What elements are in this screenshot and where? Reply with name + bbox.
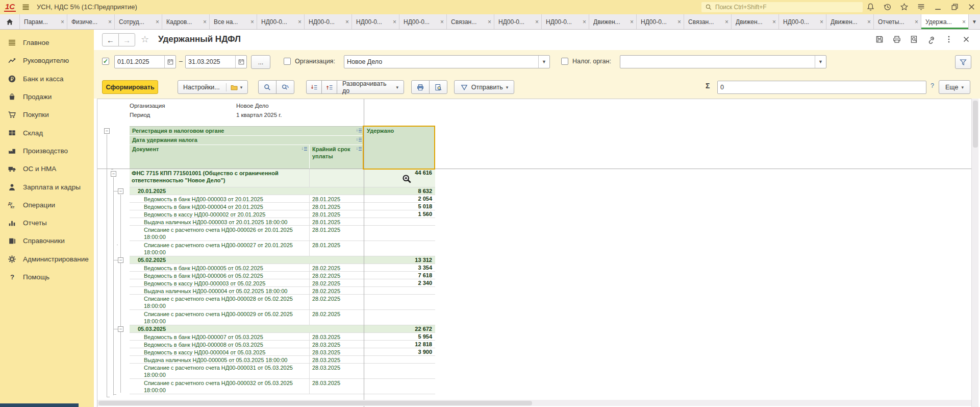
document-cell[interactable]: Выдача наличных НД00-000004 от 05.02.202… (130, 287, 310, 294)
sidebar-item-отчеты[interactable]: Отчеты (0, 214, 94, 232)
tab-close-icon[interactable]: × (393, 18, 396, 26)
tab-close-icon[interactable]: × (583, 18, 586, 26)
collapse-group-button[interactable]: − (118, 257, 123, 263)
amount-cell[interactable] (364, 218, 435, 225)
org-group-total[interactable]: 44 616 (364, 169, 435, 187)
document-row[interactable]: Выдача наличных НД00-000005 от 05.03.202… (130, 356, 435, 364)
link-icon[interactable] (927, 35, 936, 44)
amount-cell[interactable] (364, 310, 435, 325)
expand-to-button[interactable]: Разворачивать до▾ (337, 80, 404, 94)
sidebar-item-склад[interactable]: Склад (0, 124, 94, 141)
column-header-registration[interactable]: Регистрация в налоговом органе ↓ (130, 127, 364, 136)
amount-cell[interactable]: 5 018 (364, 203, 435, 210)
deadline-cell[interactable]: 28.03.2025 (310, 356, 364, 363)
document-row[interactable]: Выдача наличных НД00-000003 от 20.01.202… (130, 218, 435, 226)
sort-icon[interactable]: ↓ (356, 146, 362, 151)
tab-close-icon[interactable]: × (203, 18, 207, 26)
date-group-row[interactable]: 05.02.202513 312 (130, 256, 435, 264)
tab-close-icon[interactable]: × (488, 18, 491, 26)
amount-cell[interactable] (364, 356, 435, 363)
tab-7[interactable]: НД00-0...× (305, 14, 352, 29)
sidebar-item-справочники[interactable]: Справочники (0, 232, 94, 250)
tab-close-icon[interactable]: × (298, 18, 301, 26)
tab-15[interactable]: Связан...× (684, 14, 732, 29)
document-row[interactable]: Ведомость в банк НД00-000006 от 05.02.20… (130, 272, 435, 279)
amount-cell[interactable] (364, 364, 435, 378)
back-button[interactable]: ← (102, 33, 119, 46)
sidebar-item-зарплата-и-кадры[interactable]: Зарплата и кадры (0, 178, 94, 196)
find-button[interactable] (258, 80, 277, 94)
document-cell[interactable]: Ведомость в банк НД00-000005 от 05.02.20… (130, 264, 310, 271)
tab-16[interactable]: Движен...× (732, 14, 779, 29)
period-checkbox[interactable]: ✓ (102, 58, 109, 65)
date-group-total[interactable]: 22 672 (364, 325, 435, 332)
tab-close-icon[interactable]: × (962, 18, 966, 26)
horizontal-scrollbar[interactable] (97, 400, 971, 406)
deadline-cell[interactable]: 28.03.2025 (310, 379, 364, 394)
sidebar-item-помощь[interactable]: ?Помощь (0, 268, 94, 286)
deadline-cell[interactable]: 28.01.2025 (310, 218, 364, 225)
expand-groups-button[interactable] (321, 80, 337, 94)
deadline-cell[interactable]: 28.01.2025 (310, 203, 364, 210)
collapse-group-button[interactable]: − (118, 326, 123, 332)
tab-close-icon[interactable]: × (725, 18, 728, 26)
vertical-scrollbar[interactable] (971, 99, 978, 407)
amount-cell[interactable] (364, 241, 435, 256)
date-group-label[interactable]: 05.03.2025 (130, 325, 364, 332)
sidebar-item-производство[interactable]: Производство (0, 142, 94, 160)
home-tab[interactable] (0, 14, 20, 29)
document-row[interactable]: Списание с расчетного счета НД00-000031 … (130, 364, 435, 379)
document-row[interactable]: Списание с расчетного счета НД00-000027 … (130, 241, 435, 256)
tab-9[interactable]: НД00-0...× (399, 14, 447, 29)
document-cell[interactable]: Ведомость в банк НД00-000003 от 20.01.20… (130, 195, 310, 202)
document-row[interactable]: Ведомость в банк НД00-000004 от 20.01.20… (130, 203, 435, 210)
document-cell[interactable]: Списание с расчетного счета НД00-000026 … (130, 226, 310, 241)
collapse-group-button[interactable]: − (104, 128, 110, 134)
column-header-document[interactable]: Документ ↓ (130, 145, 310, 169)
tab-19[interactable]: Отчеты...× (874, 14, 921, 29)
amount-cell[interactable]: 2 340 (364, 279, 435, 286)
tab-overflow-button[interactable]: ▼ (969, 14, 980, 29)
collapse-group-button[interactable]: − (111, 171, 116, 177)
close-icon[interactable] (967, 3, 976, 11)
tax-authority-checkbox[interactable] (561, 58, 568, 65)
tab-close-icon[interactable]: × (820, 18, 823, 26)
tab-close-icon[interactable]: × (630, 18, 634, 26)
amount-cell[interactable]: 1 560 (364, 210, 435, 218)
document-row[interactable]: Ведомость в банк НД00-000008 от 05.03.20… (130, 341, 435, 348)
document-cell[interactable]: Ведомость в банк НД00-000004 от 20.01.20… (130, 203, 310, 210)
help-link[interactable]: ? (931, 82, 934, 89)
document-row[interactable]: Списание с расчетного счета НД00-000028 … (130, 295, 435, 310)
deadline-cell[interactable]: 28.03.2025 (310, 348, 364, 355)
sidebar-item-руководителю[interactable]: Руководителю (0, 52, 94, 69)
tab-5[interactable]: Все на...× (210, 14, 257, 29)
document-cell[interactable]: Ведомость в кассу НД00-000004 от 05.03.2… (130, 348, 310, 355)
period-more-button[interactable]: ... (251, 55, 270, 69)
amount-cell[interactable]: 12 818 (364, 341, 435, 348)
org-group-name[interactable]: ФНС 7715 КПП 771501001 (Общество с огран… (130, 169, 310, 187)
date-to-field[interactable] (185, 55, 247, 68)
document-row[interactable]: Ведомость в кассу НД00-000002 от 20.01.2… (130, 210, 435, 218)
deadline-cell[interactable]: 28.01.2025 (310, 195, 364, 202)
sidebar-item-операции[interactable]: ДтКтОперации (0, 196, 94, 214)
document-row[interactable]: Ведомость в банк НД00-000003 от 20.01.20… (130, 195, 435, 203)
tab-12[interactable]: НД00-0...× (542, 14, 589, 29)
document-cell[interactable]: Ведомость в кассу НД00-000003 от 05.02.2… (130, 279, 310, 286)
more-button[interactable]: Еще▾ (939, 80, 970, 94)
document-cell[interactable]: Выдача наличных НД00-000005 от 05.03.202… (130, 356, 310, 363)
tab-14[interactable]: НД00-0...× (637, 14, 684, 29)
send-button[interactable]: Отправить▾ (454, 80, 514, 94)
document-row[interactable]: Списание с расчетного счета НД00-000029 … (130, 310, 435, 325)
sidebar-item-продажи[interactable]: Продажи (0, 88, 94, 106)
tab-20[interactable]: Удержа...× (921, 14, 969, 29)
document-row[interactable]: Ведомость в кассу НД00-000003 от 05.02.2… (130, 279, 435, 287)
forward-button[interactable]: → (118, 33, 135, 46)
tab-close-icon[interactable]: × (108, 18, 112, 26)
column-header-withheld[interactable]: Удержано (364, 127, 435, 170)
tab-close-icon[interactable]: × (915, 18, 918, 26)
sidebar-item-главное[interactable]: Главное (0, 34, 94, 52)
generate-button[interactable]: Сформировать (102, 80, 158, 94)
amount-cell[interactable] (364, 379, 435, 394)
tab-close-icon[interactable]: × (440, 18, 444, 26)
column-header-date[interactable]: Дата удержания налога ↓ (130, 136, 364, 145)
